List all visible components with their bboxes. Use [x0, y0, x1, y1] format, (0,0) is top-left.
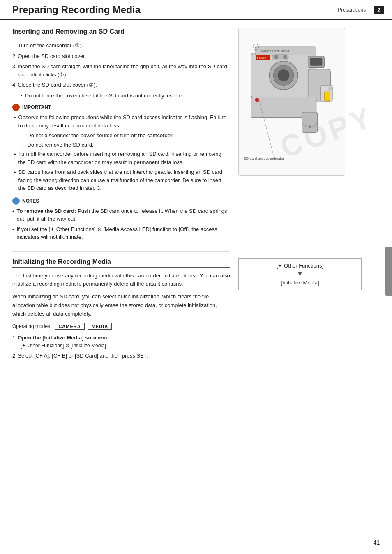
step-2: 2 Open the SD card slot cover.: [12, 52, 230, 60]
svg-rect-18: [302, 112, 318, 133]
svg-text:③: ③: [308, 125, 311, 129]
step4-sub: • Do not force the cover closed if the S…: [21, 92, 230, 100]
svg-text:CAMERA  OFF  MEDIA: CAMERA OFF MEDIA: [261, 50, 290, 53]
section2: Initializing the Recording Media The fir…: [12, 251, 230, 360]
section2-steps-2: 2 Select [CF A], [CF B] or [SD Card] and…: [12, 352, 230, 360]
chapter-page-number: 2: [374, 6, 384, 14]
note-bold-1: To remove the SD card:: [17, 208, 76, 214]
step3-num: 3: [12, 62, 15, 78]
section1-title: Inserting and Removing an SD Card: [12, 28, 230, 37]
step1-num: 1: [12, 42, 15, 50]
step2-num: 2: [12, 52, 15, 60]
section2-steps: 1 Open the [Initialize Media] submenu.: [12, 334, 230, 342]
step1-sub-text: [✦ Other Functions] ⊙ [Initialize Media]: [21, 343, 106, 349]
sidebar-tab: [385, 247, 392, 296]
step1-text: Turn off the camcorder (①).: [18, 42, 83, 50]
important-box: ! IMPORTANT • Observe the following prec…: [12, 104, 230, 192]
operating-modes: Operating modes: CAMERA MEDIA: [12, 323, 230, 330]
notes-header: i NOTES: [12, 197, 230, 205]
important-icon: !: [12, 104, 20, 111]
dash-2: -: [22, 141, 24, 149]
important-bullet-1: • Observe the following precautions whil…: [14, 113, 230, 129]
bullet-1: •: [14, 114, 16, 129]
bullet-2: •: [14, 150, 16, 166]
menu-path-line1: [✦ Other Functions]: [245, 263, 355, 269]
right-column: CAMERA OFF MEDIA POWER ②: [238, 28, 362, 366]
important-header: ! IMPORTANT: [12, 104, 230, 111]
note-1: • To remove the SD card: Push the SD car…: [12, 207, 230, 223]
svg-text:SD card access indicator: SD card access indicator: [244, 157, 284, 161]
camera-mode-badge: CAMERA: [55, 323, 84, 330]
menu-path-container: [✦ Other Functions] ▼ [Initialize Media]: [238, 258, 362, 290]
s2-step1-text: Open the [Initialize Media] submenu.: [18, 334, 110, 342]
step4-sub-bullet: •: [21, 92, 23, 100]
dash-item-1: - Do not disconnect the power source or …: [22, 132, 230, 140]
important-text-2: Turn off the camcorder before inserting …: [18, 150, 230, 166]
page-footer-number: 41: [373, 539, 380, 546]
camera-diagram: CAMERA OFF MEDIA POWER ②: [238, 28, 345, 176]
dash-1: -: [22, 132, 24, 140]
important-text-3: SD cards have front and back sides that …: [18, 168, 230, 192]
section2-para2: When initializing an SD card, you can se…: [12, 293, 230, 318]
important-bullet-2: • Turn off the camcorder before insertin…: [14, 150, 230, 166]
menu-path-line2: [Initialize Media]: [245, 279, 355, 286]
section2-step-2: 2 Select [CF A], [CF B] or [SD Card] and…: [12, 352, 230, 360]
section1: Inserting and Removing an SD Card 1 Turn…: [12, 28, 230, 241]
svg-point-3: [278, 70, 289, 81]
note-text-2: If you set the [✦ Other Functions] ⊙ [Me…: [17, 225, 230, 241]
header-right: Preparations 2: [331, 4, 384, 16]
important-label: IMPORTANT: [22, 104, 51, 110]
step3-text: Insert the SD card straight, with the la…: [18, 62, 230, 78]
note-bullet-2: •: [12, 226, 14, 241]
media-mode-badge: MEDIA: [88, 323, 112, 330]
note-bullet-1: •: [12, 208, 14, 223]
chapter-label: Preparations: [338, 7, 366, 13]
step2-text: Open the SD card slot cover.: [18, 52, 86, 60]
camera-svg: CAMERA OFF MEDIA POWER ②: [239, 28, 345, 175]
svg-point-12: [283, 55, 287, 59]
svg-text:POWER: POWER: [257, 57, 267, 59]
step4-num: 4: [12, 81, 15, 89]
svg-text:②: ②: [328, 86, 332, 90]
note-2: • If you set the [✦ Other Functions] ⊙ […: [12, 225, 230, 241]
dash-text-1: Do not disconnect the power source or tu…: [27, 132, 173, 140]
section2-para1: The first time you use any recording med…: [12, 272, 230, 289]
step1-sub: [✦ Other Functions] ⊙ [Initialize Media]: [21, 343, 230, 349]
step4-sub-text: Do not force the cover closed if the SD …: [25, 92, 186, 100]
dash-text-2: Do not remove the SD card.: [27, 141, 93, 149]
step-4: 4 Close the SD card slot cover (③).: [12, 81, 230, 89]
operating-modes-label: Operating modes:: [12, 323, 51, 329]
left-column: Inserting and Removing an SD Card 1 Turn…: [12, 28, 230, 366]
notes-box: i NOTES • To remove the SD card: Push th…: [12, 197, 230, 241]
note-text-1: To remove the SD card: Push the SD card …: [17, 207, 230, 223]
notes-icon: i: [12, 197, 20, 205]
menu-path-arrow: ▼: [245, 270, 355, 278]
svg-text:①: ①: [255, 46, 257, 48]
important-text-1: Observe the following precautions while …: [18, 113, 230, 129]
notes-label: NOTES: [22, 198, 39, 204]
main-content: Inserting and Removing an SD Card 1 Turn…: [0, 20, 392, 374]
step-3: 3 Insert the SD card straight, with the …: [12, 62, 230, 78]
page-title: Preparing Recording Media: [12, 4, 331, 16]
steps-list: 1 Turn off the camcorder (①). 2 Open the…: [12, 42, 230, 89]
svg-rect-16: [324, 92, 330, 101]
page-container: COPY Preparing Recording Media Preparati…: [0, 0, 392, 554]
important-bullet-3: • SD cards have front and back sides tha…: [14, 168, 230, 192]
s2-step2-text: Select [CF A], [CF B] or [SD Card] and t…: [18, 352, 148, 360]
svg-point-20: [255, 98, 259, 102]
s2-step2-num: 2: [12, 352, 15, 360]
important-bullets: • Observe the following precautions whil…: [14, 113, 230, 192]
svg-point-11: [274, 55, 278, 59]
menu-path-box: [✦ Other Functions] ▼ [Initialize Media]: [238, 258, 362, 290]
section2-step-1: 1 Open the [Initialize Media] submenu.: [12, 334, 230, 342]
svg-rect-5: [310, 58, 323, 66]
page-header: Preparing Recording Media Preparations 2: [0, 0, 392, 20]
step-1: 1 Turn off the camcorder (①).: [12, 42, 230, 50]
bullet-3: •: [14, 169, 16, 192]
section2-title: Initializing the Recording Media: [12, 258, 230, 268]
s2-step1-num: 1: [12, 334, 15, 342]
dash-item-2: - Do not remove the SD card.: [22, 141, 230, 149]
step4-text: Close the SD card slot cover (③).: [18, 81, 97, 89]
